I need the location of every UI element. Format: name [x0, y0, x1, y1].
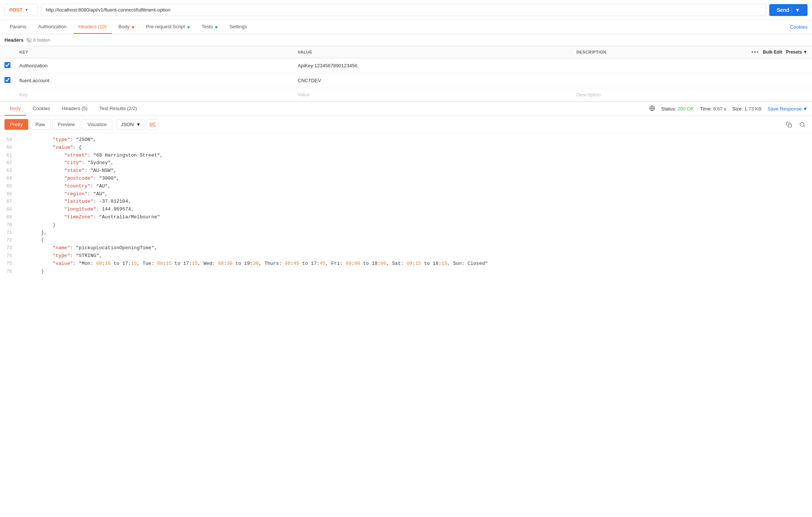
save-response-button[interactable]: Save Response ▼ [767, 106, 808, 112]
json-line: 73 "name": "pickupLocationOpeningTime", [0, 244, 812, 252]
json-line: 66 "region": "AU", [0, 190, 812, 198]
body-tab-dot [132, 26, 134, 28]
headers-table: KEY VALUE DESCRIPTION ••• Bulk Edit Pres… [0, 46, 812, 102]
hidden-badge: 8 hidden [26, 38, 50, 43]
json-line: 68 "longitude": 144.969574, [0, 206, 812, 213]
svg-rect-9 [788, 124, 792, 127]
row1-key: Authorization [19, 63, 48, 68]
row2-checkbox[interactable] [4, 77, 10, 83]
tests-tab-dot [215, 26, 218, 28]
bulk-edit-button[interactable]: Bulk Edit [763, 49, 782, 55]
tab-body[interactable]: Body [113, 20, 139, 34]
globe-icon [649, 105, 655, 112]
placeholder-desc-cell[interactable]: Description [572, 88, 731, 102]
size-text: Size: 1.73 KB [732, 106, 762, 112]
status-code: 200 OK [677, 106, 694, 112]
tab-tests[interactable]: Tests [196, 20, 223, 34]
copy-icon [786, 122, 792, 128]
json-line: 76 } [0, 268, 812, 276]
url-input[interactable] [41, 4, 766, 16]
row1-key-cell: Authorization [15, 58, 293, 73]
row1-actions-cell [731, 58, 812, 73]
table-placeholder-row: Key Value Description [0, 88, 812, 102]
response-tab-headers[interactable]: Headers (5) [57, 102, 93, 116]
json-line: 72 { [0, 237, 812, 244]
tab-authorization[interactable]: Authorization [33, 20, 72, 34]
row2-key-cell: fluent.account [15, 73, 293, 88]
filter-button[interactable] [146, 119, 158, 130]
method-selector[interactable]: POST ▼ [4, 4, 38, 16]
response-size: 1.73 KB [744, 106, 761, 112]
presets-chevron-icon: ▼ [803, 49, 808, 55]
format-selector[interactable]: JSON ▼ [117, 119, 145, 129]
response-time: 8.67 s [713, 106, 726, 112]
row1-desc-cell [572, 58, 731, 73]
placeholder-description: Description [576, 92, 600, 97]
json-line: 71 }, [0, 229, 812, 237]
json-line: 67 "latitude": -37.812104, [0, 198, 812, 206]
json-line: 62 "city": "Sydney", [0, 159, 812, 167]
table-row: fluent.account CNCTDEV [0, 73, 812, 88]
view-raw-button[interactable]: Raw [30, 119, 51, 130]
send-dropdown-icon[interactable]: ▼ [792, 7, 800, 13]
json-line: 75 "value": "Mon: 08:15 to 17:15, Tue: 0… [0, 260, 812, 268]
response-status-bar: Status: 200 OK Time: 8.67 s Size: 1.73 K… [649, 105, 808, 112]
send-button[interactable]: Send ▼ [769, 4, 808, 16]
th-check [0, 46, 15, 58]
tab-params[interactable]: Params [4, 20, 32, 34]
table-row: Authorization ApiKey 1234567890123456 [0, 58, 812, 73]
response-section: Body Cookies Headers (5) Test Results (2… [0, 102, 812, 278]
json-line: 70 } [0, 221, 812, 229]
placeholder-key: Key [19, 92, 28, 97]
json-line: 64 "postcode": "3000", [0, 175, 812, 183]
row2-actions-cell [731, 73, 812, 88]
tab-prerequest[interactable]: Pre-request Script [141, 20, 195, 34]
response-tabs: Body Cookies Headers (5) Test Results (2… [0, 102, 812, 116]
view-pretty-button[interactable]: Pretty [4, 119, 28, 130]
response-tab-test-results[interactable]: Test Results (2/2) [94, 102, 142, 116]
view-visualize-button[interactable]: Visualize [82, 119, 112, 130]
search-button[interactable] [797, 119, 808, 130]
response-tab-body[interactable]: Body [4, 102, 26, 116]
method-label: POST [9, 7, 22, 13]
time-text: Time: 8.67 s [700, 106, 726, 112]
cookies-link[interactable]: Cookies [790, 24, 808, 30]
send-label: Send [777, 7, 789, 13]
presets-button[interactable]: Presets ▼ [786, 49, 808, 55]
row2-check-cell [0, 73, 15, 88]
json-line: 74 "type": "STRING", [0, 252, 812, 260]
tab-headers[interactable]: Headers (10) [73, 20, 112, 34]
copy-button[interactable] [784, 119, 794, 130]
save-response-chevron-icon: ▼ [803, 106, 808, 112]
method-chevron-icon: ▼ [25, 8, 28, 12]
url-bar: POST ▼ Send ▼ [0, 0, 812, 20]
json-line: 63 "state": "AU-NSW", [0, 167, 812, 175]
th-description: DESCRIPTION [572, 46, 731, 58]
placeholder-actions-cell [731, 88, 812, 102]
th-key: KEY [15, 46, 293, 58]
row1-value: ApiKey 1234567890123456 [298, 63, 357, 68]
placeholder-value-cell[interactable]: Value [293, 88, 572, 102]
headers-label: Headers [4, 37, 23, 43]
placeholder-value: Value [298, 92, 310, 97]
placeholder-key-cell[interactable]: Key [15, 88, 293, 102]
json-line: 60 "value": { [0, 144, 812, 152]
response-toolbar: Pretty Raw Preview Visualize JSON ▼ [0, 116, 812, 133]
row2-key: fluent.account [19, 78, 49, 83]
view-preview-button[interactable]: Preview [52, 119, 80, 130]
row2-value: CNCTDEV [298, 78, 321, 83]
prerequest-tab-dot [187, 26, 190, 28]
placeholder-check-cell [0, 88, 15, 102]
row1-check-cell [0, 58, 15, 73]
more-options-icon[interactable]: ••• [751, 49, 759, 55]
row2-value-cell: CNCTDEV [293, 73, 572, 88]
th-actions: ••• Bulk Edit Presets ▼ [731, 46, 812, 58]
json-viewer: 59 "type": "JSON",60 "value": {61 "stree… [0, 133, 812, 278]
svg-point-10 [800, 122, 804, 126]
filter-icon [149, 122, 155, 127]
response-tab-cookies[interactable]: Cookies [28, 102, 55, 116]
row1-checkbox[interactable] [4, 62, 10, 68]
search-icon [799, 122, 805, 128]
tab-settings[interactable]: Settings [224, 20, 252, 34]
row1-value-cell: ApiKey 1234567890123456 [293, 58, 572, 73]
